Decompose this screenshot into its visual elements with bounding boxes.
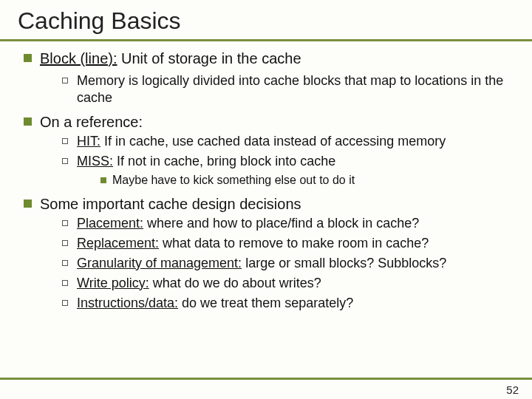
text: large or small blocks? Subblocks? — [242, 256, 446, 270]
sub-group: Placement: where and how to place/find a… — [22, 215, 514, 312]
sub-group: HIT: If in cache, use cached data instea… — [22, 133, 514, 188]
term-write-policy: Write policy: — [77, 276, 149, 290]
text: what do we do about writes? — [149, 276, 321, 290]
sub-bullet-write-policy: Write policy: what do we do about writes… — [61, 275, 514, 292]
sub-bullet-replacement: Replacement: what data to remove to make… — [61, 235, 514, 252]
sub-bullet: Memory is logically divided into cache b… — [61, 72, 514, 106]
sub-bullet-instructions-data: Instructions/data: do we treat them sepa… — [61, 295, 514, 312]
bullet-on-reference: On a reference: — [22, 112, 514, 132]
bullet-block-line: Block (line): Unit of storage in the cac… — [22, 49, 514, 106]
slide: Caching Basics Block (line): Unit of sto… — [0, 0, 532, 399]
text: what data to remove to make room in cach… — [159, 236, 429, 250]
term-block-line: Block (line): — [40, 50, 117, 66]
term-instructions-data: Instructions/data: — [77, 296, 178, 310]
bullet-list: Block (line): Unit of storage in the cac… — [18, 49, 514, 312]
bullet-design-decisions: Some important cache design decisions — [22, 194, 514, 214]
term-placement: Placement: — [77, 216, 143, 231]
subsub-bullet: Maybe have to kick something else out to… — [99, 173, 514, 188]
slide-title: Caching Basics — [18, 7, 514, 35]
text: If not in cache, bring block into cache — [113, 154, 335, 168]
text: where and how to place/find a block in c… — [143, 216, 419, 231]
text: do we treat them separately? — [178, 296, 353, 310]
sub-bullet-granularity: Granularity of management: large or smal… — [61, 255, 514, 272]
term-hit: HIT: — [77, 134, 100, 149]
footer-rule — [0, 378, 532, 380]
page-number: 52 — [506, 383, 519, 396]
sub-bullet-placement: Placement: where and how to place/find a… — [61, 215, 514, 232]
term-replacement: Replacement: — [77, 236, 159, 250]
title-rule — [0, 39, 532, 41]
sub-bullet-miss: MISS: If not in cache, bring block into … — [61, 153, 514, 188]
term-miss: MISS: — [77, 154, 113, 168]
sub-bullet-hit: HIT: If in cache, use cached data instea… — [61, 133, 514, 150]
term-granularity: Granularity of management: — [77, 256, 242, 270]
text: Unit of storage in the cache — [117, 50, 301, 66]
text: If in cache, use cached data instead of … — [100, 134, 446, 149]
